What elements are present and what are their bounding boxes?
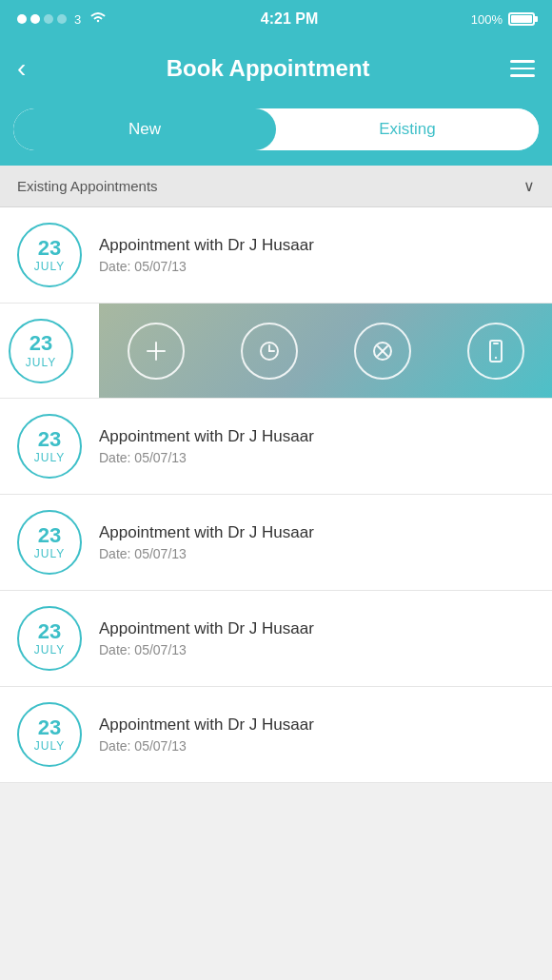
chevron-down-icon: ∨ [523,177,535,195]
phone-action-button[interactable] [467,323,524,380]
appointment-info: Appointment with Dr J Husaar Date: 05/07… [99,523,535,561]
list-item-swiped[interactable]: 23 JULY [0,304,552,399]
appointment-title: Appointment with Dr J Husaar [99,427,535,446]
date-number: 23 [30,332,52,355]
add-action-button[interactable] [128,323,185,380]
date-month: JULY [34,547,65,560]
appointment-date: Date: 05/07/13 [99,546,535,561]
back-button[interactable]: ‹ [17,55,26,82]
page-title: Book Appointment [26,55,510,82]
appointment-title: Appointment with Dr J Husaar [99,523,535,542]
appointment-title: Appointment with Dr J Husaar [99,619,535,638]
signal-dot-4 [57,14,67,24]
appointment-info: Appointment with Dr J Husaar Date: 05/07… [99,236,535,274]
date-number: 23 [38,237,61,260]
status-bar: 3 4:21 PM 100% [0,0,552,38]
battery-fill [511,15,532,23]
date-number: 23 [38,716,61,739]
status-right: 100% [471,12,535,27]
swiped-date-area: 23 JULY [0,304,99,398]
signal-dot-1 [17,14,27,24]
date-circle: 23 JULY [9,319,73,383]
appointment-date: Date: 05/07/13 [99,642,535,657]
signal-strength: 3 [74,12,81,27]
tab-existing[interactable]: Existing [276,108,539,150]
date-month: JULY [34,643,65,657]
status-left: 3 [17,10,108,28]
appointment-date: Date: 05/07/13 [99,450,535,465]
list-item[interactable]: 23 JULY Appointment with Dr J Husaar Dat… [0,687,552,783]
menu-line-1 [510,60,535,63]
svg-point-10 [494,356,496,358]
menu-line-2 [510,68,535,70]
tab-container: New Existing [13,108,539,150]
list-item[interactable]: 23 JULY Appointment with Dr J Husaar Dat… [0,495,552,591]
list-item[interactable]: 23 JULY Appointment with Dr J Husaar Dat… [0,399,552,495]
date-month: JULY [26,356,56,369]
date-month: JULY [34,739,65,753]
header: ‹ Book Appointment [0,38,552,99]
appointment-info: Appointment with Dr J Husaar Date: 05/07… [99,619,535,657]
date-circle: 23 JULY [17,702,82,767]
signal-dot-3 [44,14,53,24]
tab-new[interactable]: New [13,108,276,150]
appointment-info: Appointment with Dr J Husaar Date: 05/07… [99,427,535,465]
appointment-date: Date: 05/07/13 [99,738,535,754]
appointment-title: Appointment with Dr J Husaar [99,236,535,255]
wifi-icon [89,10,108,28]
appointments-list: 23 JULY Appointment with Dr J Husaar Dat… [0,207,552,783]
date-number: 23 [38,620,61,643]
menu-button[interactable] [510,60,535,77]
cancel-action-button[interactable] [354,323,411,380]
date-circle: 23 JULY [17,414,82,479]
date-circle: 23 JULY [17,606,82,671]
date-month: JULY [34,451,65,464]
status-time: 4:21 PM [261,10,318,28]
reschedule-action-button[interactable] [241,323,298,380]
section-header[interactable]: Existing Appointments ∨ [0,166,552,207]
appointment-date: Date: 05/07/13 [99,259,535,274]
date-number: 23 [38,428,61,451]
section-title: Existing Appointments [17,178,158,194]
menu-line-3 [510,74,535,77]
date-circle: 23 JULY [17,510,82,575]
battery-icon [508,12,535,26]
battery-percent: 100% [471,12,503,27]
list-item[interactable]: 23 JULY Appointment with Dr J Husaar Dat… [0,207,552,304]
list-item[interactable]: 23 JULY Appointment with Dr J Husaar Dat… [0,591,552,687]
swipe-actions [99,304,552,398]
tab-bar: New Existing [0,99,552,166]
appointment-title: Appointment with Dr J Husaar [99,715,535,735]
date-month: JULY [34,260,65,273]
date-circle: 23 JULY [17,223,82,287]
signal-dot-2 [30,14,40,24]
appointment-info: Appointment with Dr J Husaar Date: 05/07… [99,715,535,754]
date-number: 23 [38,524,61,547]
